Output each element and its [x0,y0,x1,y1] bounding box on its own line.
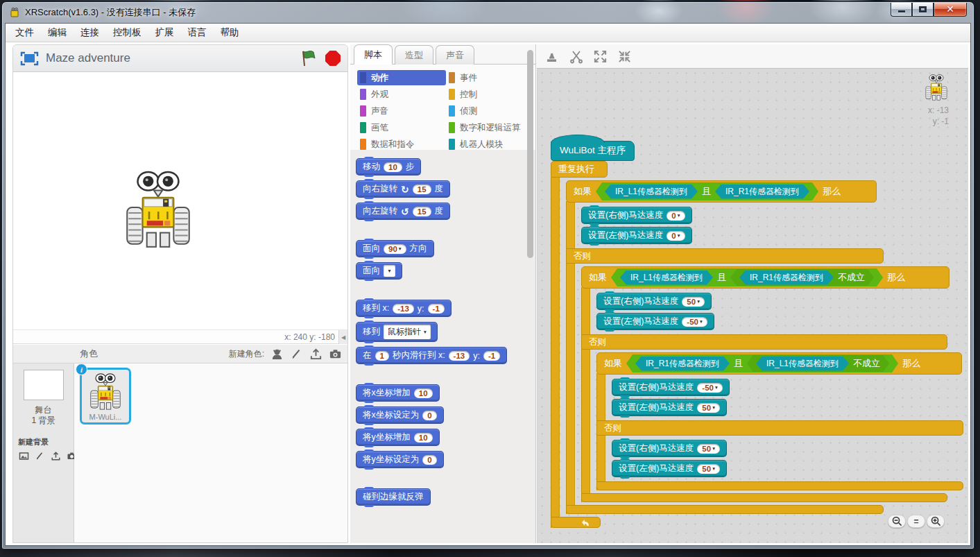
paint-backdrop-icon[interactable] [33,449,46,463]
motor-block-right-50b[interactable]: 设置(右侧)马达速度50▾ [612,440,727,457]
camera-sprite-icon[interactable] [328,347,342,361]
number-input[interactable]: -13 [393,304,414,314]
sensor-block-ir-l1[interactable]: IR_L1传感器检测到 [620,271,713,285]
palette-block-15[interactable]: 将y坐标设定为0 [356,451,444,468]
paint-new-sprite-icon[interactable] [289,347,303,361]
category-item-4[interactable]: 控制 [446,87,531,102]
motor-speed-dropdown[interactable]: -50▾ [697,383,722,393]
stage-canvas[interactable] [13,72,347,330]
palette-block-5[interactable]: 面向90▾方向 [356,240,434,257]
motor-block-right-50[interactable]: 设置(右侧)马达速度50▾ [596,293,712,310]
menu-item-2[interactable]: 编辑 [41,24,74,42]
script-canvas[interactable]: x: -13 y: -1 WuLiBot 主程序 重复执行 [537,69,968,543]
forever-header[interactable]: 重复执行 [551,161,608,178]
number-input[interactable]: 0 [422,411,436,420]
number-input[interactable]: 10 [384,162,402,172]
number-input[interactable]: -13 [449,351,470,361]
number-input[interactable]: -1 [483,351,500,361]
motor-block-right-neg50[interactable]: 设置(右侧)马达速度-50▾ [612,379,730,396]
palette-scrollbar[interactable] [527,50,533,258]
and-operator-2[interactable]: IR_L1传感器检测到 且 IR_R1传感器检测到 不成立 [611,268,883,286]
if2-else-bar[interactable]: 否则 [581,334,947,350]
stage-backdrop-section[interactable]: 舞台 1 背景 新建背景 [13,363,74,542]
number-dropdown[interactable]: 90▾ [384,244,406,254]
stage-sprite-robot[interactable] [123,171,194,252]
maximize-button[interactable] [912,3,934,17]
menu-dropdown[interactable]: 鼠标指针▾ [384,325,431,339]
number-input[interactable]: 15 [413,185,431,194]
backdrop-library-icon[interactable] [17,449,31,463]
forever-block[interactable]: 重复执行 如果 IR_L1传感器检测到 且 [551,161,963,528]
upload-backdrop-icon[interactable] [49,449,62,463]
grow-sprite-icon[interactable] [592,49,608,64]
if1-header[interactable]: 如果 IR_L1传感器检测到 且 IR_R1传感器检测到 那么 [566,180,877,203]
motor-speed-dropdown[interactable]: 0▾ [667,211,685,221]
not-operator[interactable]: IR_L1传感器检测到 不成立 [747,355,889,372]
sensor-block-ir-l1[interactable]: IR_L1传感器检测到 [605,185,698,199]
motor-block-left-0[interactable]: 设置(左侧)马达速度0▾ [581,227,692,244]
motor-speed-dropdown[interactable]: -50▾ [682,317,707,327]
and-operator-1[interactable]: IR_L1传感器检测到 且 IR_R1传感器检测到 [596,182,818,200]
menu-item-5[interactable]: 扩展 [148,24,181,42]
zoom-in-button[interactable] [927,515,945,528]
sensor-block-ir-r1[interactable]: IR_R1传感器检测到 [739,271,834,285]
number-input[interactable]: 0 [422,455,436,465]
new-sprite-library-icon[interactable] [270,347,284,361]
category-item-7[interactable]: 画笔 [357,120,446,135]
palette-block-14[interactable]: 将y坐标增加10 [356,429,440,446]
if-else-block-3[interactable]: 如果 IR_R1传感器检测到 且 IR_L1传感器检测到 [596,352,963,490]
category-item-5[interactable]: 声音 [357,103,446,119]
menu-item-6[interactable]: 语言 [181,24,214,42]
palette-block-6[interactable]: 面向▾ [356,262,402,280]
palette-block-2[interactable]: 向右旋转↻15度 [356,180,450,198]
collapse-arrow-button[interactable]: ◀ [338,330,347,344]
stage-thumbnail[interactable] [24,370,64,400]
motor-speed-dropdown[interactable]: 0▾ [667,231,685,241]
empty-dropdown[interactable]: ▾ [384,265,395,277]
sensor-block-ir-l1[interactable]: IR_L1传感器检测到 [756,357,849,371]
motor-speed-dropdown[interactable]: 50▾ [697,464,720,474]
not-operator[interactable]: IR_R1传感器检测到 不成立 [730,269,874,286]
if-else-block-2[interactable]: 如果 IR_L1传感器检测到 且 IR_R1传感器检测到 不成立 [581,266,963,502]
motor-speed-dropdown[interactable]: 50▾ [697,403,720,413]
sprite-info-badge[interactable]: i [76,363,87,375]
palette-block-9[interactable]: 移到鼠标指针▾ [356,322,438,342]
tab-3[interactable]: 声音 [436,45,474,65]
stop-button[interactable] [325,51,341,66]
motor-block-right-0[interactable]: 设置(右侧)马达速度0▾ [581,207,692,224]
menu-item-3[interactable]: 连接 [74,24,106,42]
minimize-button[interactable] [891,3,912,17]
if-else-block-1[interactable]: 如果 IR_L1传感器检测到 且 IR_R1传感器检测到 那么 [566,180,963,514]
close-button[interactable]: ✕ [934,3,967,17]
if3-header[interactable]: 如果 IR_R1传感器检测到 且 IR_L1传感器检测到 [596,352,962,375]
upload-sprite-icon[interactable] [309,347,323,361]
palette-block-1[interactable]: 移动10步 [356,158,421,175]
motor-speed-dropdown[interactable]: 50▾ [682,297,705,307]
scissors-icon[interactable] [568,49,583,64]
if2-header[interactable]: 如果 IR_L1传感器检测到 且 IR_R1传感器检测到 不成立 [581,266,949,289]
palette-block-10[interactable]: 在1秒内滑行到 x:-13y:-1 [356,347,507,364]
sensor-block-ir-r1[interactable]: IR_R1传感器检测到 [635,357,730,371]
number-input[interactable]: -1 [428,304,445,314]
palette-block-3[interactable]: 向左旋转↺15度 [356,203,450,220]
green-flag-button[interactable] [300,50,318,67]
category-item-6[interactable]: 侦测 [446,103,531,119]
and-operator-3[interactable]: IR_R1传感器检测到 且 IR_L1传感器检测到 不成立 [626,354,898,372]
motor-block-left-50b[interactable]: 设置(左侧)马达速度50▾ [612,460,727,477]
stamp-icon[interactable] [544,49,559,64]
palette-block-17[interactable]: 碰到边缘就反弹 [356,488,431,506]
fullscreen-icon[interactable] [20,51,39,66]
if3-else-bar[interactable]: 否则 [596,420,963,436]
hat-block-wulibot-main[interactable]: WuLiBot 主程序 [551,141,635,161]
number-input[interactable]: 1 [375,351,389,361]
tab-2[interactable]: 造型 [395,45,433,65]
category-item-1[interactable]: 动作 [357,70,446,85]
motor-block-left-neg50[interactable]: 设置(左侧)马达速度-50▾ [596,313,714,330]
sprite-tile-wulibot[interactable]: i M-WuLi... [80,368,131,425]
script-stack[interactable]: WuLiBot 主程序 重复执行 如果 [551,132,963,528]
menu-item-4[interactable]: 控制板 [106,24,148,42]
sensor-block-ir-r1[interactable]: IR_R1传感器检测到 [715,185,809,199]
number-input[interactable]: 10 [414,388,433,398]
category-item-3[interactable]: 外观 [357,87,446,102]
menu-item-7[interactable]: 帮助 [214,24,246,42]
